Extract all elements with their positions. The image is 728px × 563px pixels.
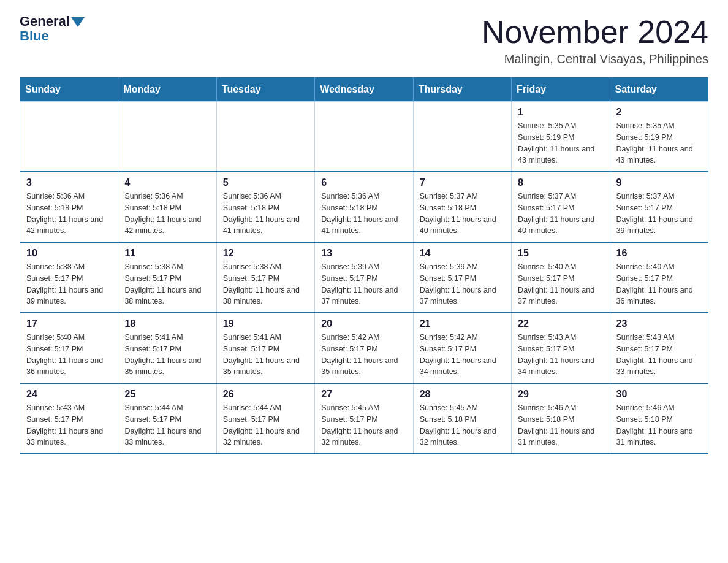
day-of-week-header: Sunday <box>20 78 118 102</box>
day-number: 11 <box>124 248 210 259</box>
day-info: Sunrise: 5:35 AMSunset: 5:19 PMDaylight:… <box>616 120 702 166</box>
day-number: 14 <box>420 248 505 259</box>
day-info: Sunrise: 5:44 AMSunset: 5:17 PMDaylight:… <box>223 402 308 448</box>
calendar-cell: 4Sunrise: 5:36 AMSunset: 5:18 PMDaylight… <box>118 172 216 242</box>
day-info: Sunrise: 5:38 AMSunset: 5:17 PMDaylight:… <box>124 261 210 307</box>
day-of-week-header: Wednesday <box>315 78 413 102</box>
day-of-week-header: Tuesday <box>216 78 314 102</box>
day-info: Sunrise: 5:43 AMSunset: 5:17 PMDaylight:… <box>26 402 112 448</box>
calendar-cell <box>216 102 314 172</box>
calendar-cell: 20Sunrise: 5:42 AMSunset: 5:17 PMDayligh… <box>315 313 413 383</box>
day-of-week-header: Friday <box>512 78 610 102</box>
day-info: Sunrise: 5:37 AMSunset: 5:17 PMDaylight:… <box>518 191 603 237</box>
calendar-cell: 9Sunrise: 5:37 AMSunset: 5:17 PMDaylight… <box>610 172 708 242</box>
calendar-cell: 22Sunrise: 5:43 AMSunset: 5:17 PMDayligh… <box>512 313 610 383</box>
day-number: 3 <box>26 177 112 188</box>
calendar-cell: 23Sunrise: 5:43 AMSunset: 5:17 PMDayligh… <box>610 313 708 383</box>
location-text: Malingin, Central Visayas, Philippines <box>482 52 708 66</box>
day-number: 7 <box>420 177 505 188</box>
day-number: 13 <box>321 248 406 259</box>
day-number: 5 <box>223 177 308 188</box>
day-number: 2 <box>616 107 702 118</box>
day-info: Sunrise: 5:44 AMSunset: 5:17 PMDaylight:… <box>124 402 210 448</box>
day-number: 26 <box>223 389 308 400</box>
logo-triangle-icon <box>71 17 85 27</box>
day-info: Sunrise: 5:42 AMSunset: 5:17 PMDaylight:… <box>321 332 406 378</box>
day-number: 20 <box>321 318 406 329</box>
calendar-cell: 28Sunrise: 5:45 AMSunset: 5:18 PMDayligh… <box>413 383 511 454</box>
logo-blue-text: Blue <box>20 28 49 44</box>
day-info: Sunrise: 5:39 AMSunset: 5:17 PMDaylight:… <box>321 261 406 307</box>
calendar-cell: 24Sunrise: 5:43 AMSunset: 5:17 PMDayligh… <box>20 383 118 454</box>
logo-general-text: General <box>20 15 70 28</box>
calendar-cell: 1Sunrise: 5:35 AMSunset: 5:19 PMDaylight… <box>512 102 610 172</box>
day-number: 4 <box>124 177 210 188</box>
day-info: Sunrise: 5:38 AMSunset: 5:17 PMDaylight:… <box>223 261 308 307</box>
day-number: 25 <box>124 389 210 400</box>
page-header: General Blue November 2024 Malingin, Cen… <box>20 15 708 66</box>
day-of-week-header: Monday <box>118 78 216 102</box>
day-info: Sunrise: 5:40 AMSunset: 5:17 PMDaylight:… <box>26 332 112 378</box>
calendar-cell: 6Sunrise: 5:36 AMSunset: 5:18 PMDaylight… <box>315 172 413 242</box>
day-info: Sunrise: 5:40 AMSunset: 5:17 PMDaylight:… <box>518 261 603 307</box>
day-info: Sunrise: 5:36 AMSunset: 5:18 PMDaylight:… <box>124 191 210 237</box>
day-info: Sunrise: 5:40 AMSunset: 5:17 PMDaylight:… <box>616 261 702 307</box>
calendar-cell: 18Sunrise: 5:41 AMSunset: 5:17 PMDayligh… <box>118 313 216 383</box>
calendar-cell: 8Sunrise: 5:37 AMSunset: 5:17 PMDaylight… <box>512 172 610 242</box>
day-info: Sunrise: 5:38 AMSunset: 5:17 PMDaylight:… <box>26 261 112 307</box>
day-number: 17 <box>26 318 112 329</box>
calendar-cell: 14Sunrise: 5:39 AMSunset: 5:17 PMDayligh… <box>413 242 511 313</box>
calendar-week-row: 17Sunrise: 5:40 AMSunset: 5:17 PMDayligh… <box>20 313 708 383</box>
calendar-cell: 26Sunrise: 5:44 AMSunset: 5:17 PMDayligh… <box>216 383 314 454</box>
calendar-cell: 25Sunrise: 5:44 AMSunset: 5:17 PMDayligh… <box>118 383 216 454</box>
day-number: 8 <box>518 177 603 188</box>
day-number: 22 <box>518 318 603 329</box>
calendar-cell: 30Sunrise: 5:46 AMSunset: 5:18 PMDayligh… <box>610 383 708 454</box>
calendar-cell: 17Sunrise: 5:40 AMSunset: 5:17 PMDayligh… <box>20 313 118 383</box>
calendar-cell: 5Sunrise: 5:36 AMSunset: 5:18 PMDaylight… <box>216 172 314 242</box>
day-number: 10 <box>26 248 112 259</box>
day-info: Sunrise: 5:35 AMSunset: 5:19 PMDaylight:… <box>518 120 603 166</box>
day-number: 29 <box>518 389 603 400</box>
calendar-cell <box>413 102 511 172</box>
calendar-cell: 10Sunrise: 5:38 AMSunset: 5:17 PMDayligh… <box>20 242 118 313</box>
day-number: 27 <box>321 389 406 400</box>
day-info: Sunrise: 5:39 AMSunset: 5:17 PMDaylight:… <box>420 261 505 307</box>
calendar-week-row: 1Sunrise: 5:35 AMSunset: 5:19 PMDaylight… <box>20 102 708 172</box>
day-number: 24 <box>26 389 112 400</box>
calendar-cell <box>20 102 118 172</box>
calendar-cell: 29Sunrise: 5:46 AMSunset: 5:18 PMDayligh… <box>512 383 610 454</box>
day-number: 6 <box>321 177 406 188</box>
calendar-week-row: 3Sunrise: 5:36 AMSunset: 5:18 PMDaylight… <box>20 172 708 242</box>
day-number: 30 <box>616 389 702 400</box>
day-info: Sunrise: 5:36 AMSunset: 5:18 PMDaylight:… <box>26 191 112 237</box>
calendar-cell: 13Sunrise: 5:39 AMSunset: 5:17 PMDayligh… <box>315 242 413 313</box>
day-number: 21 <box>420 318 505 329</box>
day-number: 19 <box>223 318 308 329</box>
day-info: Sunrise: 5:46 AMSunset: 5:18 PMDaylight:… <box>518 402 603 448</box>
calendar-cell: 7Sunrise: 5:37 AMSunset: 5:18 PMDaylight… <box>413 172 511 242</box>
calendar-cell: 27Sunrise: 5:45 AMSunset: 5:17 PMDayligh… <box>315 383 413 454</box>
logo: General Blue <box>20 15 86 44</box>
calendar-table: SundayMondayTuesdayWednesdayThursdayFrid… <box>20 77 708 454</box>
day-number: 16 <box>616 248 702 259</box>
day-info: Sunrise: 5:43 AMSunset: 5:17 PMDaylight:… <box>518 332 603 378</box>
day-info: Sunrise: 5:37 AMSunset: 5:18 PMDaylight:… <box>420 191 505 237</box>
day-number: 23 <box>616 318 702 329</box>
day-info: Sunrise: 5:45 AMSunset: 5:17 PMDaylight:… <box>321 402 406 448</box>
calendar-cell <box>118 102 216 172</box>
calendar-cell: 21Sunrise: 5:42 AMSunset: 5:17 PMDayligh… <box>413 313 511 383</box>
calendar-cell: 15Sunrise: 5:40 AMSunset: 5:17 PMDayligh… <box>512 242 610 313</box>
day-number: 28 <box>420 389 505 400</box>
day-info: Sunrise: 5:46 AMSunset: 5:18 PMDaylight:… <box>616 402 702 448</box>
calendar-cell: 16Sunrise: 5:40 AMSunset: 5:17 PMDayligh… <box>610 242 708 313</box>
day-info: Sunrise: 5:42 AMSunset: 5:17 PMDaylight:… <box>420 332 505 378</box>
day-info: Sunrise: 5:37 AMSunset: 5:17 PMDaylight:… <box>616 191 702 237</box>
day-info: Sunrise: 5:36 AMSunset: 5:18 PMDaylight:… <box>223 191 308 237</box>
day-number: 9 <box>616 177 702 188</box>
calendar-week-row: 10Sunrise: 5:38 AMSunset: 5:17 PMDayligh… <box>20 242 708 313</box>
calendar-cell: 3Sunrise: 5:36 AMSunset: 5:18 PMDaylight… <box>20 172 118 242</box>
calendar-week-row: 24Sunrise: 5:43 AMSunset: 5:17 PMDayligh… <box>20 383 708 454</box>
day-number: 12 <box>223 248 308 259</box>
day-of-week-header: Saturday <box>610 78 708 102</box>
